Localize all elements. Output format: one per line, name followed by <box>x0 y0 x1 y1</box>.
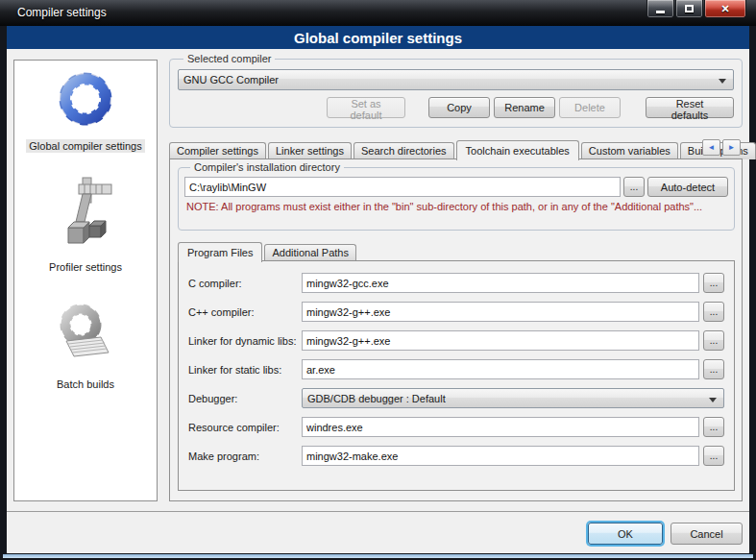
static-linker-input[interactable] <box>302 359 699 379</box>
ok-button[interactable]: OK <box>588 523 663 545</box>
close-button[interactable]: ✕ <box>704 0 746 18</box>
set-as-default-button: Set as default <box>327 97 405 118</box>
static-linker-browse-button[interactable]: ... <box>703 359 724 379</box>
c-compiler-input[interactable] <box>302 273 699 293</box>
c-compiler-browse-button[interactable]: ... <box>703 273 724 293</box>
subtab-program-files[interactable]: Program Files <box>178 242 262 262</box>
delete-button: Delete <box>559 97 621 118</box>
banner-title: Global compiler settings <box>294 30 462 46</box>
cpp-compiler-browse-button[interactable]: ... <box>703 302 724 322</box>
tab-scroll-right-button[interactable]: ► <box>722 139 741 156</box>
tab-scroll-left-button[interactable]: ◄ <box>702 139 720 156</box>
arrow-right-icon: ► <box>728 143 736 152</box>
compiler-select-value: GNU GCC Compiler <box>183 74 279 85</box>
tab-custom-variables[interactable]: Custom variables <box>581 142 678 159</box>
reset-defaults-button[interactable]: Reset defaults <box>646 97 734 118</box>
selected-compiler-group-label: Selected compiler <box>183 53 275 64</box>
toolchain-executables-panel: Compiler's installation directory ... Au… <box>169 158 743 501</box>
footer: OK Cancel <box>7 523 743 548</box>
caliper-icon <box>55 176 116 251</box>
sidebar-item-global-compiler-settings[interactable]: Global compiler settings <box>26 68 144 153</box>
gray-gear-stack-icon <box>55 299 116 368</box>
window-frame-glow <box>3 554 753 558</box>
compiler-actions: Set as default Copy Rename Delete Reset … <box>178 97 734 118</box>
resource-compiler-label: Resource compiler: <box>188 422 302 433</box>
maximize-button[interactable] <box>675 0 703 18</box>
window-title: Compiler settings <box>17 6 107 19</box>
footer-separator <box>7 511 749 512</box>
make-program-label: Make program: <box>188 450 302 462</box>
sidebar-item-label: Profiler settings <box>46 260 125 274</box>
titlebar[interactable]: Compiler settings ✕ <box>0 0 756 26</box>
field-row-debugger: Debugger: GDB/CDB debugger : Default <box>188 388 724 408</box>
installation-directory-browse-button[interactable]: ... <box>623 177 645 197</box>
dialog-body: Global compiler settings <box>7 26 749 553</box>
sidebar-item-batch-builds[interactable]: Batch builds <box>54 299 117 391</box>
minimize-button[interactable] <box>646 0 674 18</box>
minimize-icon <box>656 11 665 13</box>
debugger-select[interactable]: GDB/CDB debugger : Default <box>302 388 724 408</box>
arrow-left-icon: ◄ <box>708 143 716 152</box>
installation-directory-label: Compiler's installation directory <box>190 161 344 173</box>
dynamic-linker-label: Linker for dynamic libs: <box>188 335 302 347</box>
dialog-banner: Global compiler settings <box>7 26 749 49</box>
maximize-icon <box>685 5 694 12</box>
cpp-compiler-label: C++ compiler: <box>188 306 302 318</box>
compiler-settings-dialog: Compiler settings ✕ Global compiler sett… <box>0 0 756 560</box>
dynamic-linker-input[interactable] <box>302 330 699 351</box>
tab-toolchain-executables[interactable]: Toolchain executables <box>456 140 579 160</box>
field-row-static-linker: Linker for static libs: ... <box>188 359 724 379</box>
installation-note: NOTE: All programs must exist either in … <box>186 201 726 212</box>
field-row-make-program: Make program: ... <box>188 446 724 466</box>
sidebar-item-label: Batch builds <box>54 377 117 391</box>
resource-compiler-input[interactable] <box>302 417 699 437</box>
chevron-down-icon <box>719 79 726 84</box>
debugger-label: Debugger: <box>188 393 302 404</box>
subtab-additional-paths[interactable]: Additional Paths <box>264 244 356 261</box>
field-row-cpp-compiler: C++ compiler: ... <box>188 302 724 322</box>
make-program-input[interactable] <box>302 446 699 466</box>
tab-linker-settings[interactable]: Linker settings <box>268 142 352 159</box>
program-files-subtabs: Program Files Additional Paths <box>178 238 358 261</box>
compiler-select[interactable]: GNU GCC Compiler <box>178 69 734 90</box>
auto-detect-button[interactable]: Auto-detect <box>647 177 728 197</box>
sidebar-item-profiler-settings[interactable]: Profiler settings <box>46 176 125 274</box>
dynamic-linker-browse-button[interactable]: ... <box>703 330 724 351</box>
tab-search-directories[interactable]: Search directories <box>354 142 454 159</box>
copy-button[interactable]: Copy <box>428 97 490 118</box>
field-row-dynamic-linker: Linker for dynamic libs: ... <box>188 330 724 351</box>
make-program-browse-button[interactable]: ... <box>703 446 724 466</box>
chevron-down-icon <box>709 398 717 402</box>
debugger-select-value: GDB/CDB debugger : Default <box>307 393 446 404</box>
installation-directory-group: Compiler's installation directory ... Au… <box>178 161 735 231</box>
tab-scroll-controls: ◄ ► <box>702 139 741 156</box>
cancel-button[interactable]: Cancel <box>671 523 743 545</box>
tab-compiler-settings[interactable]: Compiler settings <box>169 142 266 159</box>
rename-button[interactable]: Rename <box>494 97 555 118</box>
c-compiler-label: C compiler: <box>188 278 302 289</box>
field-row-resource-compiler: Resource compiler: ... <box>188 417 724 437</box>
close-icon: ✕ <box>720 3 729 15</box>
program-files-panel: C compiler: ... C++ compiler: ... Linker… <box>178 260 735 491</box>
settings-category-list: Global compiler settings <box>13 60 158 501</box>
resource-compiler-browse-button[interactable]: ... <box>703 417 724 437</box>
field-row-c-compiler: C compiler: ... <box>188 273 724 293</box>
sidebar-item-label: Global compiler settings <box>26 139 144 153</box>
window-controls: ✕ <box>646 0 746 18</box>
selected-compiler-group: Selected compiler GNU GCC Compiler Set a… <box>169 53 743 128</box>
static-linker-label: Linker for static libs: <box>188 364 302 376</box>
blue-gear-icon <box>55 68 116 130</box>
installation-directory-input[interactable] <box>184 177 621 197</box>
cpp-compiler-input[interactable] <box>302 302 699 322</box>
settings-tabstrip: Compiler settings Linker settings Search… <box>169 135 743 159</box>
